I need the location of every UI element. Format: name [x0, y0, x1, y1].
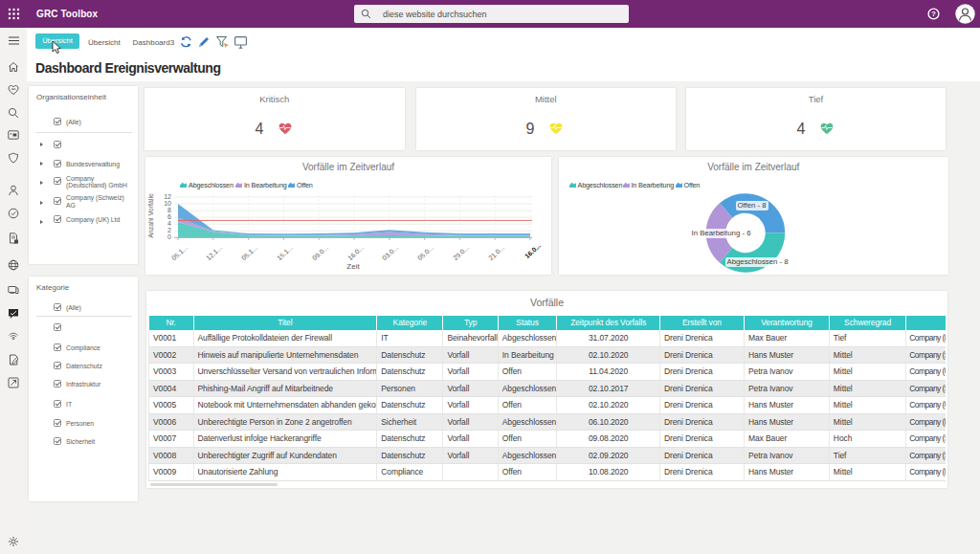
- svg-text:?: ?: [931, 10, 936, 18]
